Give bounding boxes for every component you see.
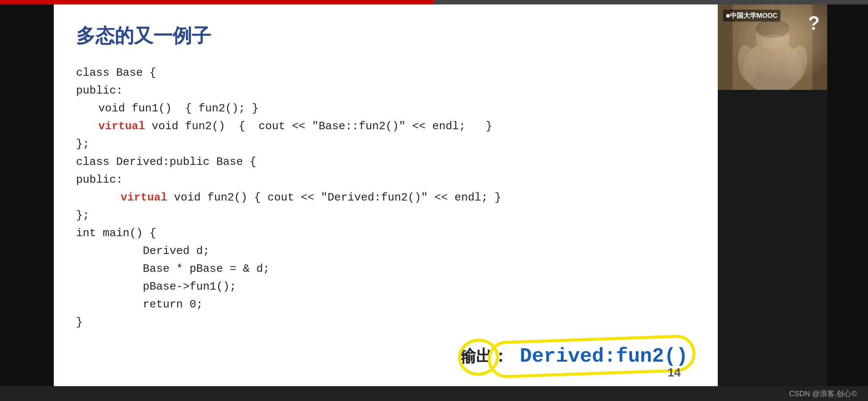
code-line-4: virtual void fun2() { cout << "Base::fun… [76, 117, 696, 135]
svg-point-7 [785, 44, 810, 84]
code-line-3: void fun1() { fun2(); } [76, 100, 696, 117]
code-line-15: } [76, 313, 696, 331]
output-label: 输出： [460, 345, 509, 367]
svg-point-6 [735, 44, 760, 84]
code-line-11: Derived d; [76, 242, 696, 260]
top-bar [0, 0, 868, 4]
code-line-7: public: [76, 171, 696, 189]
output-value: Derived:fun2() [520, 345, 688, 368]
code-line-12: Base * pBase = & d; [76, 260, 696, 278]
virtual-keyword-2: virtual [121, 191, 167, 204]
code-line-1: class Base { [76, 64, 696, 82]
code-line-5: }; [76, 135, 696, 153]
svg-point-2 [743, 42, 802, 90]
code-line-9: }; [76, 206, 696, 224]
svg-point-4 [756, 19, 789, 38]
svg-point-3 [756, 19, 789, 56]
svg-point-5 [762, 34, 784, 49]
code-line-13: pBase->fun1(); [76, 278, 696, 296]
code-line-2: public: [76, 82, 696, 100]
mooc-logo: ■中国大学MOOC [723, 10, 780, 22]
page-number: 14 [667, 366, 681, 379]
code-line-6: class Derived:public Base { [76, 153, 696, 171]
main-container: 多态的又一例子 class Base { public: void fun1()… [0, 0, 868, 401]
slide-title: 多态的又一例子 [76, 23, 696, 49]
csdn-label: CSDN @浪客.创心© [789, 389, 857, 399]
output-section: 输出： Derived:fun2() [460, 345, 688, 368]
video-panel: ■中国大学MOOC ? [718, 4, 827, 386]
code-line-8: virtual void fun2() { cout << "Derived:f… [76, 189, 696, 206]
question-mark: ? [808, 12, 820, 34]
virtual-keyword-1: virtual [98, 120, 145, 133]
slide-area: 多态的又一例子 class Base { public: void fun1()… [54, 4, 718, 386]
code-line-10: int main() { [76, 224, 696, 242]
code-block: class Base { public: void fun1() { fun2(… [76, 64, 696, 331]
bottom-bar: CSDN @浪客.创心© [0, 386, 868, 401]
left-border [0, 4, 54, 386]
right-border [827, 4, 868, 386]
content-area: 多态的又一例子 class Base { public: void fun1()… [0, 4, 868, 386]
code-line-14: return 0; [76, 296, 696, 313]
